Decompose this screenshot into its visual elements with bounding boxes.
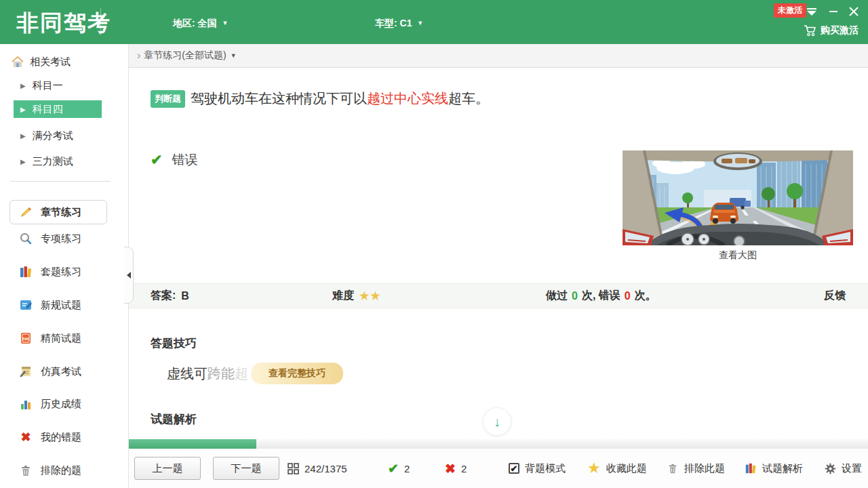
sidebar-collapse-handle[interactable] [124, 247, 134, 304]
app-logo: 非同驾考 [16, 8, 111, 39]
wrong-count: 0 [625, 290, 631, 302]
500-badge-icon: 500 [19, 331, 33, 345]
tips-heading: 答题技巧 [151, 336, 197, 351]
sidebar-item-label: 我的错题 [41, 431, 81, 444]
sidebar-item-related-exams[interactable]: 相关考试 [0, 52, 129, 71]
feedback-link[interactable]: 反馈 [824, 284, 846, 308]
sidebar-item-label: 满分考试 [33, 129, 73, 142]
buy-activation-label: 购买激活 [821, 24, 859, 37]
question-counter-value: 242/1375 [304, 463, 347, 474]
sidebar-item-label: 专项练习 [41, 232, 81, 245]
exclude-label: 排除此题 [684, 462, 725, 475]
favorite-label: 收藏此题 [606, 462, 647, 475]
sidebar-item-label: 章节练习 [41, 206, 81, 219]
expand-analysis-button[interactable]: ↓ [483, 407, 511, 436]
checkbox-checked-icon[interactable]: ✔ [509, 463, 519, 474]
sidebar-item-set-practice[interactable]: 套题练习 [0, 262, 129, 282]
answer-option-wrong[interactable]: ✔ 错误 [151, 151, 198, 169]
sidebar-item-excluded-questions[interactable]: 排除的题 [0, 460, 129, 481]
analysis-heading: 试题解析 [151, 411, 197, 427]
question-text-before: 驾驶机动车在这种情况下可以 [191, 91, 367, 106]
question-text: 判断题 驾驶机动车在这种情况下可以越过中心实线超车。 [151, 89, 489, 108]
difficulty-label: 难度 [332, 289, 354, 303]
view-large-image-link[interactable]: 查看大图 [623, 249, 853, 262]
view-full-tips-button[interactable]: 查看完整技巧 [251, 363, 343, 384]
tips-row: 虚线可跨能超 查看完整技巧 [167, 363, 343, 384]
sidebar-item-three-ability-test[interactable]: ▶ 三力测试 [0, 152, 129, 171]
question-image[interactable] [623, 150, 853, 245]
caret-right-icon: ▶ [20, 106, 26, 113]
answer-option-label: 错误 [172, 151, 198, 169]
breadcrumb[interactable]: › 章节练习(全部试题) ▼ [129, 44, 868, 68]
sidebar-item-full-score-exam[interactable]: ▶ 满分考试 [0, 126, 129, 145]
sidebar-item-my-wrong-questions[interactable]: ✖ 我的错题 [0, 427, 129, 447]
region-label: 地区: 全国 [173, 18, 217, 28]
next-question-button[interactable]: 下一题 [213, 457, 279, 480]
stats-end-label: 次。 [635, 289, 656, 303]
minimize-to-tray-button[interactable] [804, 5, 819, 18]
check-icon: ✔ [151, 152, 163, 168]
caret-right-icon: ▶ [20, 82, 26, 89]
sidebar-item-subject-one[interactable]: ▶ 科目一 [0, 76, 129, 95]
done-label: 做过 [546, 289, 568, 303]
sidebar-item-label: 三力测试 [33, 155, 73, 168]
wrong-count-indicator: ✖ 2 [445, 449, 467, 488]
red-cross-icon: ✖ [19, 430, 33, 445]
buy-activation-button[interactable]: 购买激活 [803, 24, 859, 37]
sidebar-item-label: 相关考试 [30, 56, 71, 68]
caret-right-icon: ▶ [20, 158, 26, 165]
question-info-row: 答案: B 难度 ★★ 做过 0 次, 错误 0 次。 反馈 [129, 283, 868, 308]
sidebar-item-simplified-questions[interactable]: 500 精简试题 [0, 328, 129, 348]
memorize-mode-toggle[interactable]: ✔ 背题模式 [509, 449, 566, 488]
vehicle-type-selector[interactable]: 车型: C1 ▼ [375, 18, 423, 30]
sidebar-item-subject-four-active[interactable]: ▶ 科目四 [14, 100, 102, 118]
question-text-highlight: 越过中心实线 [367, 91, 448, 106]
sidebar-item-new-rule-questions[interactable]: 新规试题 [0, 295, 129, 315]
previous-question-button[interactable]: 上一题 [134, 457, 201, 480]
sidebar-item-chapter-practice-active[interactable]: 章节练习 [9, 200, 107, 224]
sidebar-item-label: 历史成绩 [41, 398, 81, 411]
chevron-down-icon: ▼ [231, 52, 237, 59]
trash-icon [19, 464, 33, 477]
close-button[interactable] [846, 5, 861, 18]
answer-field: 答案: B [151, 284, 189, 308]
region-selector[interactable]: 地区: 全国 ▼ [173, 18, 228, 30]
settings-button[interactable]: 设置 [825, 449, 862, 488]
sidebar-item-simulation-exam[interactable]: 仿真考试 [0, 361, 129, 382]
minimize-button[interactable] [826, 5, 841, 18]
chevron-down-icon: ▼ [222, 20, 228, 26]
sidebar-item-history-scores[interactable]: 历史成绩 [0, 394, 129, 414]
sidebar: 相关考试 ▶ 科目一 ▶ 科目四 ▶ 满分考试 ▶ 三力测试 章节练习 [0, 44, 129, 488]
answer-label: 答案: [151, 289, 176, 303]
minimize-icon [829, 7, 838, 16]
sidebar-item-special-practice[interactable]: 专项练习 [0, 228, 129, 249]
exclude-question-button[interactable]: 排除此题 [667, 449, 725, 488]
difficulty-stars-icon: ★★ [359, 289, 382, 302]
bar-chart-icon [19, 397, 33, 411]
attempt-stats: 做过 0 次, 错误 0 次。 [546, 284, 656, 308]
question-analysis-button[interactable]: 试题解析 [745, 449, 803, 488]
tray-arrow-icon [807, 8, 816, 16]
cross-icon: ✖ [445, 461, 456, 476]
pencil-icon [19, 205, 33, 219]
sidebar-item-label: 精简试题 [41, 332, 81, 345]
caret-right-icon: ▶ [20, 132, 26, 140]
books-icon [19, 265, 33, 279]
trash-icon [667, 462, 679, 474]
question-counter[interactable]: 242/1375 [288, 449, 347, 488]
arrow-down-icon: ↓ [494, 414, 500, 430]
tip-preview-faint: 超 [235, 366, 248, 381]
question-text-after: 超车。 [448, 91, 489, 106]
correct-count-value: 2 [404, 463, 410, 474]
favorite-question-button[interactable]: ★ 收藏此题 [587, 449, 647, 488]
sidebar-item-label: 新规试题 [41, 299, 81, 312]
memorize-mode-label: 背题模式 [525, 462, 566, 475]
tip-preview-text: 虚线可 [167, 366, 208, 381]
correct-count-indicator: ✔ 2 [388, 449, 410, 488]
star-icon: ★ [587, 460, 601, 477]
logo-divider [100, 8, 101, 35]
main-content: › 章节练习(全部试题) ▼ 判断题 驾驶机动车在这种情况下可以越过中心实线超车… [129, 44, 868, 488]
home-icon [11, 55, 24, 68]
search-icon [19, 232, 33, 245]
chevron-down-icon: ▼ [417, 20, 423, 26]
